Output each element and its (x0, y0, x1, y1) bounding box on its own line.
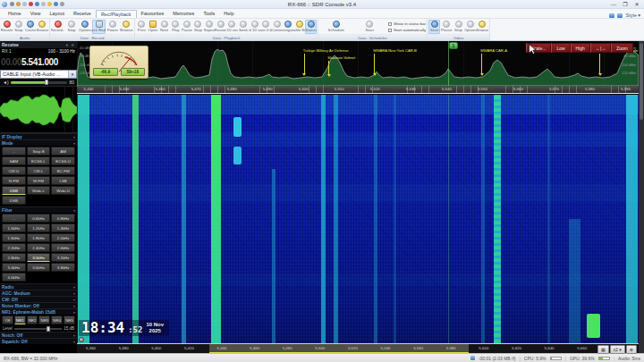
style-menu[interactable]: Style ▾ (625, 13, 640, 18)
filter-button[interactable]: 0.8kHz (51, 214, 75, 223)
identity-icon[interactable] (16, 2, 21, 6)
scrollbar-thumb[interactable] (640, 43, 643, 120)
ribbon-button[interactable]: Browse (477, 20, 488, 34)
volume-slider[interactable] (11, 81, 68, 84)
ribbon-tab[interactable]: Favourites (137, 10, 169, 18)
filter-button[interactable]: 3.8kHz (51, 263, 75, 272)
if-display-header[interactable]: IF Display▾ (0, 133, 77, 139)
folder-icon[interactable] (47, 2, 52, 6)
nr-button[interactable]: Off (2, 316, 13, 324)
filter-button[interactable]: 3.2kHz (51, 253, 75, 262)
mode-button[interactable]: W-FM (27, 176, 51, 185)
ribbon-button[interactable]: Stop (453, 20, 464, 34)
ribbon-button[interactable]: Seek (238, 20, 250, 34)
frequency-annotation[interactable]: MWARA Santiago Chile (599, 49, 638, 76)
radio-option-row[interactable]: Squelch: Off▾ (0, 338, 77, 344)
mode-button[interactable]: SAM (2, 156, 26, 165)
nr-level-slider[interactable] (14, 328, 62, 330)
ribbon-button[interactable]: Gain 0 dB (260, 20, 272, 34)
mode-button[interactable]: Step B (27, 147, 51, 156)
nr-button[interactable]: NR3 (38, 316, 50, 324)
filter-button[interactable]: 3.0kHz (27, 253, 51, 262)
ribbon-button[interactable]: Schedule (319, 20, 353, 34)
spectrum-toolbar-button[interactable]: High (571, 43, 590, 53)
spectrum-display[interactable]: -60 dBm-80 dBm-100 dBm-120 dBm -60 dBm-8… (77, 41, 639, 86)
ribbon-checkbox[interactable]: Start automatically (388, 28, 426, 32)
filter-button[interactable]: 2.4kHz (27, 243, 51, 252)
ribbon-button[interactable]: Stop (192, 20, 204, 34)
ribbon-button[interactable]: Cache (25, 20, 37, 34)
help-icon[interactable] (41, 2, 46, 6)
filter-button[interactable]: 2.8kHz (2, 253, 26, 262)
save-icon[interactable] (54, 2, 58, 6)
ribbon-button[interactable]: Start (428, 20, 440, 34)
ribbon-button[interactable]: Datafile Editor (294, 20, 306, 34)
ribbon-button[interactable]: Next (158, 20, 170, 34)
audio-device-select[interactable]: CABLE Input (VB-Audio ... ▾ (0, 70, 77, 79)
ribbon-button[interactable]: Pause (440, 20, 452, 34)
radio-option-row[interactable]: Noise Blanker: Off▾ (0, 302, 77, 308)
clock-options-icon[interactable] (79, 337, 84, 342)
frequency-scale[interactable]: 5,4405,4505,4605,4705,4805,4905,5005,510… (77, 86, 639, 94)
ribbon-button[interactable]: Record (1, 20, 13, 34)
mode-button[interactable]: CW-U (2, 166, 26, 175)
save-layout-icon[interactable] (609, 13, 614, 18)
filter-button[interactable]: 2.6kHz (51, 243, 75, 252)
filter-header[interactable]: Filter▾ (0, 206, 77, 213)
ribbon-tab[interactable]: Tools (199, 10, 219, 18)
ribbon-checkbox[interactable]: Show in status bar (388, 21, 426, 26)
ribbon-button[interactable]: Open (148, 20, 159, 34)
radio-option-row[interactable]: CW: Off▾ (0, 296, 77, 302)
radio-header[interactable]: Radio▾ (0, 283, 77, 290)
nr-button[interactable]: NR1 (14, 316, 26, 324)
mode-button[interactable]: Wide-U (51, 186, 75, 195)
mode-button[interactable]: ECSS-U (51, 156, 75, 165)
ribbon-tab[interactable]: Memories (168, 10, 199, 18)
filter-button[interactable]: 0.6kHz (27, 214, 51, 223)
stop-icon[interactable] (29, 2, 33, 6)
mode-button[interactable]: N-FM (2, 176, 26, 185)
radio-option-row[interactable]: Notch: Off▾ (0, 332, 77, 338)
filter-button[interactable]: 4.0kHz (2, 273, 26, 282)
filter-button[interactable]: 1.6kHz (2, 233, 26, 242)
ribbon-tab[interactable]: Help (219, 10, 238, 18)
mode-button[interactable]: Wide-L (27, 186, 51, 195)
frequency-display[interactable]: 00.005.541.000 (0, 55, 77, 70)
ribbon-tab[interactable]: Layout (46, 10, 70, 18)
filter-button[interactable]: 1.4kHz (51, 223, 75, 232)
mode-button[interactable]: ... (2, 147, 26, 156)
mode-button[interactable]: BC-FM (51, 166, 75, 175)
close-button[interactable]: ✕ (631, 1, 642, 8)
ribbon-button[interactable]: Stop (64, 20, 78, 34)
ribbon-button[interactable]: Center (272, 20, 284, 34)
mode-header[interactable]: Mode▾ (0, 139, 77, 146)
ribbon-button[interactable]: Forward 10 seconds (249, 20, 260, 34)
spectrum-toolbar-button[interactable]: ←|→ (590, 43, 611, 53)
mode-button[interactable]: LSB (51, 176, 75, 185)
mode-button[interactable]: CW-L (27, 166, 51, 175)
ribbon-button[interactable]: Power (106, 20, 119, 34)
frequency-annotation[interactable]: Shannon Volmet (328, 56, 355, 77)
ribbon-button[interactable]: Restart (215, 20, 226, 34)
filter-button[interactable]: 1.2kHz (27, 223, 51, 232)
nr-button[interactable]: NR5 (64, 316, 75, 324)
mode-button[interactable]: ECSS-L (27, 156, 51, 165)
frequency-annotation[interactable]: MWARA New York CAR-B (374, 49, 417, 76)
ribbon-tab[interactable]: Receive (69, 10, 96, 18)
ribbon-tab[interactable]: View (26, 10, 46, 18)
minimize-button[interactable]: — (608, 1, 619, 8)
clock-icon[interactable] (35, 2, 39, 6)
ribbon-button[interactable]: Status (305, 20, 317, 34)
maximize-button[interactable]: ❐ (620, 1, 631, 8)
ribbon-button[interactable]: Options (79, 20, 92, 34)
filter-button[interactable]: 3.6kHz (27, 263, 51, 272)
nr-button[interactable]: NR4 (51, 316, 63, 324)
ribbon-button[interactable]: Options (464, 20, 476, 34)
ribbon-button[interactable]: Lock Radio (92, 20, 106, 34)
span-navigator-bar[interactable]: 5,3605,3805,4005,4205,4405,4605,4805,500… (77, 343, 639, 353)
right-scrollbar[interactable] (639, 41, 644, 353)
load-layout-icon[interactable] (617, 13, 623, 18)
waterfall-speed-button[interactable]: x2 ▾ (610, 345, 625, 354)
ribbon-button[interactable]: Back 10 seconds (226, 20, 238, 34)
frequency-annotation[interactable]: MWARA CAR-A (481, 49, 507, 76)
